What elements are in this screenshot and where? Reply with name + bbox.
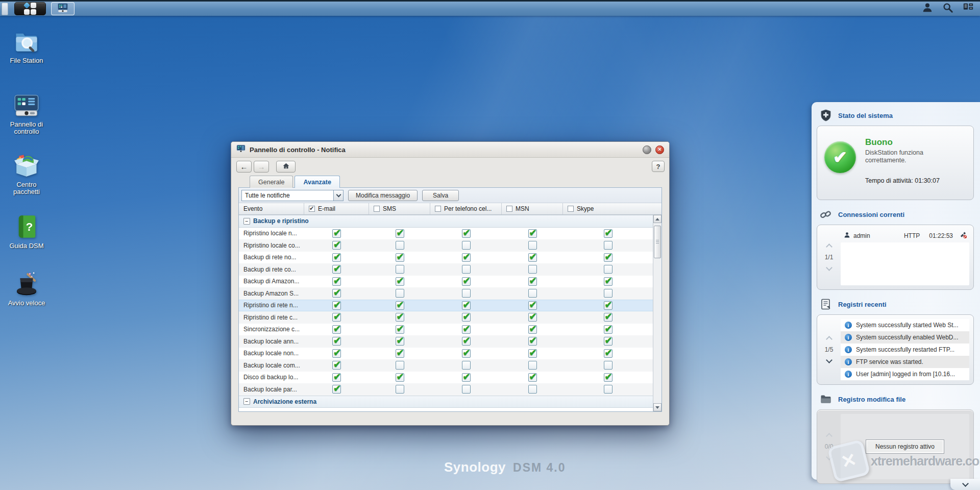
- table-row[interactable]: Backup locale ann...: [239, 335, 653, 348]
- window-titlebar[interactable]: Pannello di controllo - Notifica: [231, 142, 669, 158]
- phone-checkbox[interactable]: [462, 241, 471, 250]
- table-row[interactable]: Backup di rete co...: [239, 263, 653, 276]
- sms-checkbox[interactable]: [396, 253, 404, 262]
- help-button[interactable]: ?: [652, 161, 665, 172]
- table-row[interactable]: Backup di Amazon...: [239, 276, 653, 288]
- sms-checkbox[interactable]: [396, 361, 404, 370]
- back-button[interactable]: [236, 161, 252, 173]
- phone-checkbox[interactable]: [462, 265, 471, 274]
- sms-checkbox[interactable]: [396, 289, 404, 298]
- sms-checkbox[interactable]: [396, 349, 404, 358]
- search-button[interactable]: [939, 2, 957, 15]
- select-dropdown-button[interactable]: [333, 190, 343, 201]
- msn-checkbox[interactable]: [528, 373, 537, 382]
- email-checkbox[interactable]: [332, 277, 341, 286]
- phone-checkbox[interactable]: [462, 301, 471, 310]
- phone-checkbox[interactable]: [462, 289, 471, 298]
- email-checkbox[interactable]: [332, 385, 341, 394]
- msn-checkbox[interactable]: [528, 325, 537, 334]
- msn-column-checkbox[interactable]: [506, 206, 512, 212]
- phone-column-checkbox[interactable]: [435, 206, 441, 212]
- email-checkbox[interactable]: [332, 373, 341, 382]
- phone-checkbox[interactable]: [462, 361, 471, 370]
- phone-checkbox[interactable]: [462, 253, 471, 262]
- msn-checkbox[interactable]: [528, 253, 537, 262]
- skype-checkbox[interactable]: [604, 229, 612, 238]
- table-row[interactable]: Backup Amazon S...: [239, 287, 653, 300]
- email-column-checkbox[interactable]: [309, 206, 315, 212]
- sms-checkbox[interactable]: [396, 265, 404, 274]
- table-row[interactable]: Ripristino locale n...: [239, 228, 653, 240]
- skype-checkbox[interactable]: [604, 373, 612, 382]
- skype-checkbox[interactable]: [604, 253, 612, 262]
- user-menu-button[interactable]: [919, 2, 936, 15]
- pager-up-icon[interactable]: [826, 336, 832, 342]
- phone-checkbox[interactable]: [462, 373, 471, 382]
- sms-checkbox[interactable]: [396, 301, 404, 310]
- table-row[interactable]: Backup locale com...: [239, 359, 653, 372]
- sms-checkbox[interactable]: [396, 385, 404, 394]
- msn-checkbox[interactable]: [528, 277, 537, 286]
- email-checkbox[interactable]: [332, 349, 341, 358]
- sms-column-checkbox[interactable]: [374, 206, 380, 212]
- table-row[interactable]: Backup di rete no...: [239, 252, 653, 264]
- table-row[interactable]: Ripristino locale co...: [239, 239, 653, 252]
- forward-button[interactable]: [254, 161, 269, 173]
- phone-checkbox[interactable]: [462, 385, 471, 394]
- msn-checkbox[interactable]: [528, 229, 537, 238]
- skype-checkbox[interactable]: [604, 241, 612, 250]
- pager-down-icon[interactable]: [826, 264, 832, 271]
- msn-checkbox[interactable]: [528, 265, 537, 274]
- sms-checkbox[interactable]: [396, 337, 404, 346]
- connection-row[interactable]: admin HTTP 01:22:53: [841, 229, 969, 242]
- msn-checkbox[interactable]: [528, 289, 537, 298]
- email-checkbox[interactable]: [332, 301, 341, 310]
- table-row[interactable]: Backup locale non...: [239, 348, 653, 360]
- save-button[interactable]: Salva: [422, 190, 459, 201]
- skype-checkbox[interactable]: [604, 325, 612, 334]
- table-row[interactable]: Ripristino di rete c...: [239, 311, 653, 324]
- msn-checkbox[interactable]: [528, 385, 537, 394]
- pilot-view-button[interactable]: [960, 2, 977, 15]
- email-checkbox[interactable]: [332, 229, 341, 238]
- table-row[interactable]: Archiviazione esterna: [239, 396, 653, 408]
- minimize-button[interactable]: [643, 145, 651, 154]
- disconnect-icon[interactable]: [959, 231, 967, 240]
- phone-checkbox[interactable]: [462, 337, 471, 346]
- sms-checkbox[interactable]: [396, 277, 404, 286]
- main-menu-button[interactable]: [14, 2, 46, 15]
- sms-checkbox[interactable]: [396, 313, 404, 322]
- notification-filter-select[interactable]: Tutte le notifiche: [241, 190, 344, 201]
- skype-checkbox[interactable]: [604, 361, 612, 370]
- skype-column-checkbox[interactable]: [568, 206, 574, 212]
- widget-panel-collapse-button[interactable]: [950, 479, 980, 490]
- msn-checkbox[interactable]: [528, 337, 537, 346]
- email-checkbox[interactable]: [332, 253, 341, 262]
- msn-checkbox[interactable]: [528, 241, 537, 250]
- skype-checkbox[interactable]: [604, 301, 612, 310]
- edit-message-button[interactable]: Modifica messaggio: [348, 190, 418, 201]
- phone-checkbox[interactable]: [462, 349, 471, 358]
- skype-checkbox[interactable]: [604, 385, 612, 394]
- scroll-down-button[interactable]: [653, 403, 662, 411]
- sms-checkbox[interactable]: [396, 325, 404, 334]
- email-checkbox[interactable]: [332, 361, 341, 370]
- skype-checkbox[interactable]: [604, 337, 612, 346]
- pager-up-icon[interactable]: [826, 243, 832, 250]
- sms-checkbox[interactable]: [396, 241, 404, 250]
- email-checkbox[interactable]: [332, 289, 341, 298]
- phone-checkbox[interactable]: [462, 325, 471, 334]
- table-row[interactable]: Sincronizzazione c...: [239, 324, 653, 336]
- skype-checkbox[interactable]: [604, 265, 612, 274]
- desktop-icon-control-panel[interactable]: Pannello di controllo: [0, 92, 53, 135]
- msn-checkbox[interactable]: [528, 313, 537, 322]
- desktop-icon-package-center[interactable]: Centro pacchetti: [0, 152, 53, 195]
- email-checkbox[interactable]: [332, 313, 341, 322]
- phone-checkbox[interactable]: [462, 277, 471, 286]
- tab-generale[interactable]: Generale: [250, 176, 293, 188]
- vertical-scrollbar[interactable]: [653, 215, 662, 411]
- email-checkbox[interactable]: [332, 337, 341, 346]
- phone-checkbox[interactable]: [462, 229, 471, 238]
- phone-checkbox[interactable]: [462, 313, 471, 322]
- desktop-icon-quick-start[interactable]: Avvio veloce: [0, 271, 53, 307]
